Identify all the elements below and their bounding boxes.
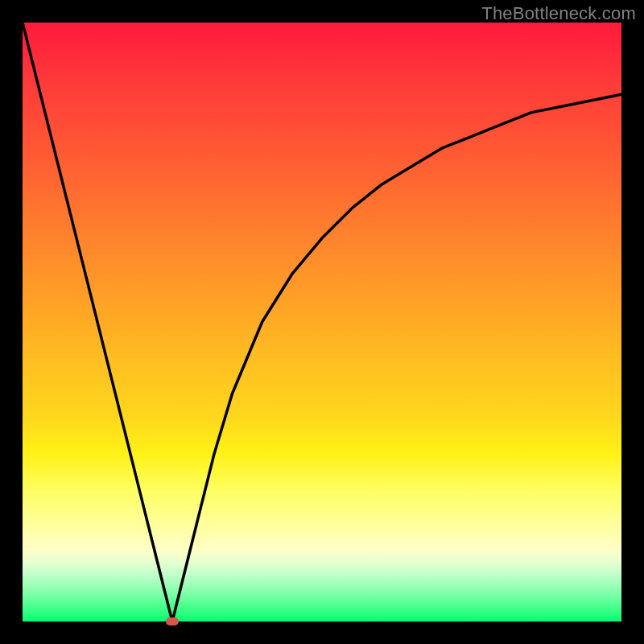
plot-area [23,23,621,621]
chart-frame: TheBottleneck.com [0,0,644,644]
minimum-point-marker [166,617,179,625]
bottleneck-curve-line [23,23,621,621]
curve-svg [23,23,621,621]
attribution-text: TheBottleneck.com [481,3,636,24]
